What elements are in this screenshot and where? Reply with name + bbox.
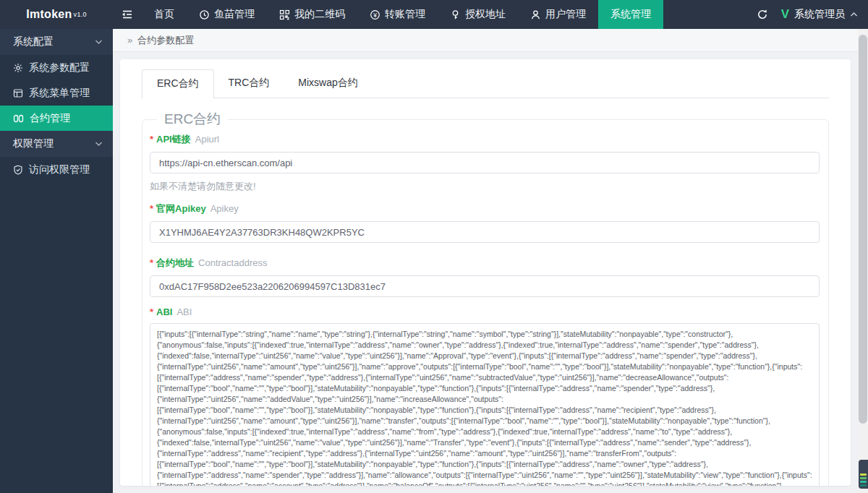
widget-stripe bbox=[860, 473, 867, 476]
field-label-en: Apikey bbox=[210, 203, 239, 214]
v-logo-icon: V bbox=[781, 7, 789, 22]
sidebar-group-system-config[interactable]: 系统配置 bbox=[0, 29, 113, 55]
erc-contract-fieldset: ERC合约 * API链接 Apiurl 如果不清楚请勿随意更改! * bbox=[142, 110, 829, 486]
sidebar-item-label: 访问权限管理 bbox=[29, 163, 90, 176]
sidebar-item-label: 系统参数配置 bbox=[29, 61, 90, 74]
svg-text:¥: ¥ bbox=[373, 11, 377, 18]
main-area: » 合约参数配置 ERC合约 TRC合约 Mixswap合约 ERC合约 * A… bbox=[113, 29, 858, 493]
contract-icon bbox=[13, 113, 24, 124]
user-menu[interactable]: V 系统管理员 bbox=[781, 7, 858, 22]
required-asterisk: * bbox=[150, 203, 153, 214]
breadcrumb-arrows-icon: » bbox=[127, 35, 132, 46]
sidebar-group-permission[interactable]: 权限管理 bbox=[0, 131, 113, 157]
scrollbar-thumb[interactable] bbox=[859, 35, 867, 424]
sidebar-item-contract-management[interactable]: 合约管理 bbox=[0, 106, 113, 131]
username-label: 系统管理员 bbox=[794, 8, 845, 21]
apiurl-help-text: 如果不清楚请勿随意更改! bbox=[150, 180, 820, 193]
apiurl-input[interactable] bbox=[150, 152, 820, 173]
abi-textarea[interactable] bbox=[150, 323, 820, 486]
shield-check-icon bbox=[13, 165, 23, 175]
nav-item-transfer-management[interactable]: ¥ 转账管理 bbox=[357, 0, 438, 29]
field-apiurl: * API链接 Apiurl 如果不清楚请勿随意更改! bbox=[150, 133, 820, 193]
chevron-down-icon bbox=[95, 39, 103, 45]
widget-stripe bbox=[860, 484, 867, 486]
nav-item-fry-management[interactable]: 鱼苗管理 bbox=[187, 0, 267, 29]
key-icon bbox=[450, 9, 461, 20]
nav-label: 我的二维码 bbox=[294, 8, 345, 21]
top-header: Imtokenv1.0 首页 鱼苗管理 我的二维码 bbox=[0, 0, 868, 29]
field-label-en: Apiurl bbox=[195, 134, 219, 145]
contract-tabs: ERC合约 TRC合约 Mixswap合约 bbox=[142, 69, 829, 98]
sidebar-item-access-permission[interactable]: 访问权限管理 bbox=[0, 157, 113, 182]
field-label-en: Contractaddress bbox=[198, 257, 267, 268]
app-logo-text: Imtoken bbox=[26, 8, 72, 21]
field-label-zh: 合约地址 bbox=[156, 257, 194, 270]
field-label: * 官网Apikey Apikey bbox=[150, 202, 820, 215]
required-asterisk: * bbox=[150, 306, 153, 317]
tab-mixswap-contract[interactable]: Mixswap合约 bbox=[284, 69, 372, 98]
sidebar-toggle-button[interactable] bbox=[113, 0, 142, 29]
sidebar: 系统配置 系统参数配置 系统菜单管理 合约管理 权限管理 bbox=[0, 29, 113, 493]
field-abi: * ABI ABI bbox=[150, 306, 820, 486]
required-asterisk: * bbox=[150, 134, 153, 145]
qrcode-icon bbox=[279, 9, 290, 20]
nav-item-system-management[interactable]: 系统管理 bbox=[598, 0, 663, 29]
main-nav: 首页 鱼苗管理 我的二维码 ¥ 转账管理 bbox=[142, 0, 663, 29]
sidebar-item-label: 系统菜单管理 bbox=[29, 87, 90, 100]
required-asterisk: * bbox=[150, 257, 153, 268]
nav-label: 鱼苗管理 bbox=[214, 8, 255, 21]
clock-icon bbox=[199, 9, 210, 20]
field-label-zh: 官网Apikey bbox=[156, 202, 206, 215]
field-label-zh: API链接 bbox=[156, 133, 191, 146]
refresh-button[interactable] bbox=[757, 9, 768, 20]
breadcrumb: » 合约参数配置 bbox=[113, 29, 858, 52]
sidebar-group-label: 系统配置 bbox=[13, 35, 54, 48]
nav-item-authorized-address[interactable]: 授权地址 bbox=[438, 0, 518, 29]
app-logo: Imtokenv1.0 bbox=[0, 0, 113, 29]
field-apikey: * 官网Apikey Apikey bbox=[150, 202, 820, 243]
apikey-input[interactable] bbox=[150, 221, 820, 243]
nav-label: 转账管理 bbox=[385, 8, 425, 21]
nav-item-user-management[interactable]: 用户管理 bbox=[518, 0, 598, 29]
menu-panel-icon bbox=[13, 88, 23, 98]
contract-address-input[interactable] bbox=[150, 275, 820, 297]
breadcrumb-text: 合约参数配置 bbox=[137, 34, 194, 47]
content-card: ERC合约 TRC合约 Mixswap合约 ERC合约 * API链接 Apiu… bbox=[120, 59, 851, 486]
sidebar-group-label: 权限管理 bbox=[13, 137, 54, 150]
field-label-en: ABI bbox=[176, 306, 192, 317]
widget-stripe bbox=[860, 477, 867, 479]
nav-label: 系统管理 bbox=[610, 8, 651, 21]
sidebar-item-system-params[interactable]: 系统参数配置 bbox=[0, 55, 113, 80]
header-right: V 系统管理员 bbox=[757, 0, 868, 29]
gear-icon bbox=[13, 63, 23, 73]
sidebar-item-system-menu[interactable]: 系统菜单管理 bbox=[0, 80, 113, 106]
chevron-up-icon bbox=[850, 12, 858, 17]
field-label: * 合约地址 Contractaddress bbox=[150, 257, 820, 270]
tab-erc-contract[interactable]: ERC合约 bbox=[142, 69, 214, 98]
sidebar-item-label: 合约管理 bbox=[30, 112, 70, 125]
nav-item-my-qrcode[interactable]: 我的二维码 bbox=[267, 0, 357, 29]
vertical-scrollbar[interactable] bbox=[858, 29, 868, 493]
app-root: Imtokenv1.0 首页 鱼苗管理 我的二维码 bbox=[0, 0, 868, 493]
fieldset-title: ERC合约 bbox=[157, 110, 228, 129]
tab-trc-contract[interactable]: TRC合约 bbox=[214, 69, 284, 98]
hamburger-icon bbox=[121, 8, 134, 21]
yen-icon: ¥ bbox=[370, 9, 380, 20]
floating-widget[interactable] bbox=[859, 460, 868, 489]
content-wrapper: ERC合约 TRC合约 Mixswap合约 ERC合约 * API链接 Apiu… bbox=[113, 52, 858, 493]
field-contract-address: * 合约地址 Contractaddress bbox=[150, 257, 820, 297]
chevron-down-icon bbox=[95, 141, 103, 147]
widget-stripe bbox=[860, 481, 867, 483]
refresh-icon bbox=[757, 9, 768, 20]
field-label-zh: ABI bbox=[156, 306, 172, 317]
user-icon bbox=[530, 9, 541, 20]
nav-label: 首页 bbox=[154, 8, 174, 21]
nav-label: 用户管理 bbox=[545, 8, 586, 21]
app-logo-version: v1.0 bbox=[74, 11, 87, 18]
field-label: * ABI ABI bbox=[150, 306, 820, 317]
field-label: * API链接 Apiurl bbox=[150, 133, 820, 146]
nav-label: 授权地址 bbox=[465, 8, 506, 21]
nav-item-home[interactable]: 首页 bbox=[142, 0, 187, 29]
